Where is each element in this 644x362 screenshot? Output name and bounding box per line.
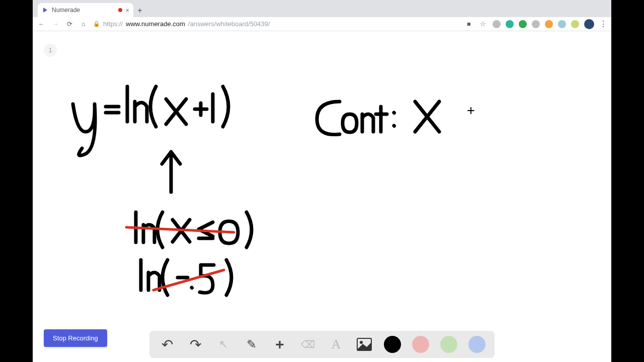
color-red-swatch[interactable] [412, 336, 429, 353]
recording-indicator-icon [118, 8, 122, 12]
url-host: www.numerade.com [126, 20, 185, 28]
url-scheme: https:// [103, 20, 123, 28]
stroke-t [376, 107, 387, 132]
stroke-plus [195, 103, 207, 115]
home-button[interactable]: ⌂ [79, 20, 88, 29]
pointer-tool[interactable]: ↖ [215, 336, 232, 353]
stroke-lparen [150, 86, 156, 127]
add-tool[interactable]: + [271, 336, 288, 353]
extension-5-icon[interactable] [545, 20, 553, 28]
stroke-arrow [162, 152, 180, 192]
stroke-C [317, 102, 340, 135]
stroke-o [343, 114, 357, 132]
tab-title: Numerade [52, 7, 115, 14]
color-black-swatch[interactable] [384, 336, 401, 353]
stroke-equals [106, 107, 119, 113]
url-path: /answers/whiteboard/50439/ [188, 20, 270, 28]
stroke-rparen3 [226, 260, 231, 295]
redo-button[interactable]: ↷ [187, 336, 204, 353]
close-tab-icon[interactable]: × [125, 7, 129, 14]
undo-button[interactable]: ↶ [158, 336, 176, 353]
color-green-swatch[interactable] [440, 336, 457, 353]
lock-icon: 🔒 [93, 21, 100, 27]
eraser-tool[interactable]: ⌫ [299, 336, 316, 353]
camera-icon[interactable]: ■ [464, 20, 473, 29]
chrome-menu-icon[interactable]: ⋮ [599, 19, 607, 29]
back-button[interactable]: ← [37, 20, 46, 29]
stroke-lparen3 [163, 260, 168, 295]
stroke-n3 [148, 273, 159, 290]
image-tool[interactable] [356, 336, 373, 353]
color-blue-swatch[interactable] [468, 336, 486, 353]
extension-3-icon[interactable] [519, 20, 527, 28]
bookmark-star-icon[interactable]: ☆ [478, 20, 488, 29]
extension-1-icon[interactable] [493, 20, 501, 28]
page-content: 1 [33, 31, 611, 362]
extension-6-icon[interactable] [558, 20, 566, 28]
whiteboard-canvas[interactable] [33, 31, 611, 362]
stroke-n4 [362, 114, 373, 132]
stop-recording-button[interactable]: Stop Recording [44, 329, 107, 347]
stroke-y [73, 104, 95, 155]
stroke-rparen2 [247, 212, 252, 247]
extension-4-icon[interactable] [532, 20, 540, 28]
reload-button[interactable]: ⟳ [65, 20, 74, 29]
extension-2-icon[interactable] [506, 20, 514, 28]
profile-avatar-icon[interactable] [584, 19, 594, 29]
stroke-rparen [223, 86, 228, 127]
stroke-5 [200, 265, 214, 293]
forward-button: → [51, 20, 60, 29]
address-bar: ← → ⟳ ⌂ 🔒 https://www.numerade.com/answe… [33, 17, 611, 31]
pencil-tool[interactable]: ✎ [243, 336, 260, 353]
extension-icons: ■ ☆ ⋮ [464, 19, 607, 29]
stroke-X [415, 102, 439, 132]
stroke-dot [192, 288, 192, 288]
browser-tab[interactable]: Numerade × [38, 3, 133, 17]
handwriting-svg [33, 31, 611, 362]
svg-marker-0 [43, 8, 47, 13]
new-tab-button[interactable]: + [133, 4, 146, 17]
tab-favicon-icon [42, 7, 49, 14]
browser-window: Numerade × + ← → ⟳ ⌂ 🔒 https://www.numer… [33, 0, 611, 362]
tab-strip: Numerade × + [33, 0, 611, 17]
extension-7-icon[interactable] [571, 20, 579, 28]
text-tool[interactable]: A [328, 336, 345, 353]
stroke-cursor [468, 108, 474, 114]
stroke-x [166, 99, 186, 124]
svg-point-2 [360, 341, 363, 344]
url-display[interactable]: 🔒 https://www.numerade.com/answers/white… [93, 20, 270, 28]
stroke-colon [394, 113, 394, 126]
whiteboard-toolbar: ↶ ↷ ↖ ✎ + ⌫ A [149, 331, 495, 358]
stroke-n [135, 102, 147, 122]
